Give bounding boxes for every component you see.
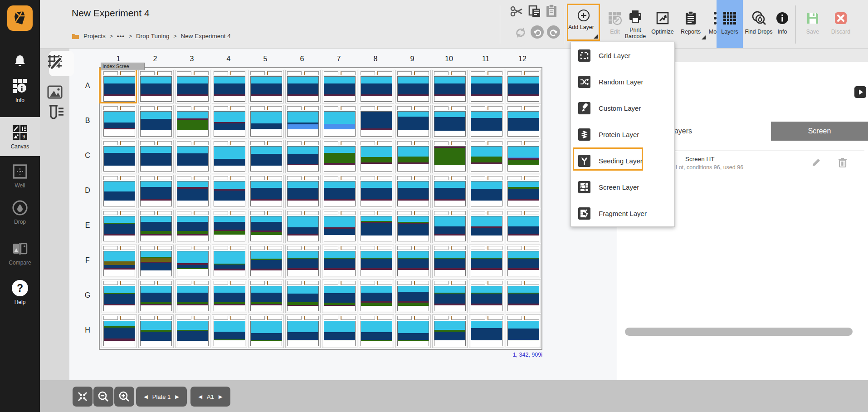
well-C9[interactable] [395,140,431,173]
menu-item-random-layer[interactable]: Random Layer [571,69,674,95]
redo-button[interactable] [547,25,560,39]
well-F1[interactable] [102,245,137,278]
well-C4[interactable] [212,140,247,173]
menu-item-protein-layer[interactable]: Protein Layer [571,121,674,147]
layers-button[interactable]: Layers [717,10,743,35]
well-F7[interactable] [322,245,357,278]
well-B11[interactable] [469,105,504,138]
well-D10[interactable] [432,175,468,208]
info-button[interactable]: Info [771,10,794,35]
well-F4[interactable] [212,245,247,278]
well-C11[interactable] [469,140,504,173]
well-B3[interactable] [175,105,210,138]
well-F8[interactable] [359,245,394,278]
well-C12[interactable] [506,140,541,173]
sidebar-item-help[interactable]: ? Help [0,279,40,305]
well-H7[interactable] [322,314,357,348]
well-C6[interactable] [285,140,321,173]
well-A6[interactable] [285,70,321,103]
well-C5[interactable] [249,140,284,173]
cut-button[interactable] [510,5,523,18]
horizontal-scrollbar[interactable] [625,328,853,336]
well-D8[interactable] [359,175,394,208]
well-C7[interactable] [322,140,357,173]
well-D11[interactable] [469,175,504,208]
tab-screen[interactable]: Screen [771,122,868,141]
well-H2[interactable] [138,314,174,348]
well-D12[interactable] [506,175,541,208]
menu-item-fragment-layer[interactable]: Fragment Layer [571,200,674,226]
well-H10[interactable] [432,314,468,348]
design-canvas-tool[interactable] [47,54,63,70]
well-navigator[interactable]: ◀ A1 ▶ [190,387,230,407]
well-E4[interactable] [212,210,247,243]
well-D7[interactable] [322,175,357,208]
well-E3[interactable] [175,210,210,243]
well-H11[interactable] [469,314,504,348]
well-E1[interactable] [102,210,137,243]
well-C3[interactable] [175,140,210,173]
well-D5[interactable] [249,175,284,208]
well-G7[interactable] [322,280,357,313]
well-H3[interactable] [175,314,210,348]
well-E12[interactable] [506,210,541,243]
plate-navigator[interactable]: ◀ Plate 1 ▶ [136,387,187,407]
well-A5[interactable] [249,70,284,103]
well-E10[interactable] [432,210,468,243]
well-E8[interactable] [359,210,394,243]
fit-view-button[interactable] [73,387,93,407]
well-D6[interactable] [285,175,321,208]
well-G4[interactable] [212,280,247,313]
paste-button[interactable] [545,4,558,18]
discard-button[interactable]: Discard [827,10,854,35]
well-G11[interactable] [469,280,504,313]
optimize-button[interactable]: Optimize [649,10,677,35]
ingredients-tool[interactable] [46,104,63,121]
sidebar-item-info[interactable]: Info [0,77,40,103]
menu-item-screen-layer[interactable]: Screen Layer [571,174,674,200]
image-view-tool[interactable] [47,84,63,100]
well-B1[interactable] [102,105,137,138]
well-F12[interactable] [506,245,541,278]
menu-item-seeding-layer[interactable]: Seeding Layer [571,147,674,174]
breadcrumb-projects[interactable]: Projects [83,33,106,39]
refresh-button[interactable] [513,25,528,40]
well-H12[interactable] [506,314,541,348]
well-G2[interactable] [138,280,174,313]
well-H6[interactable] [285,314,321,348]
well-E7[interactable] [322,210,357,243]
well-F11[interactable] [469,245,504,278]
well-D3[interactable] [175,175,210,208]
well-E11[interactable] [469,210,504,243]
well-H4[interactable] [212,314,247,348]
well-A2[interactable] [138,70,174,103]
well-B2[interactable] [138,105,174,138]
sidebar-item-drop[interactable]: Drop [0,199,40,225]
copy-button[interactable] [528,5,541,18]
well-G3[interactable] [175,280,210,313]
well-E6[interactable] [285,210,321,243]
well-A7[interactable] [322,70,357,103]
well-G1[interactable] [102,280,137,313]
well-H8[interactable] [359,314,394,348]
well-B6[interactable] [285,105,321,138]
well-A3[interactable] [175,70,210,103]
delete-screen-button[interactable] [838,157,848,167]
well-G12[interactable] [506,280,541,313]
sidebar-item-well[interactable]: Well [0,162,40,189]
well-D4[interactable] [212,175,247,208]
breadcrumb-drop-tuning[interactable]: Drop Tuning [136,33,170,39]
well-F2[interactable] [138,245,174,278]
well-D9[interactable] [395,175,431,208]
print-barcode-button[interactable]: Print Barcode [621,8,649,39]
add-layer-button[interactable]: Add Layer [567,4,600,41]
well-A9[interactable] [395,70,431,103]
zoom-in-button[interactable] [114,387,134,407]
next-plate-icon[interactable]: ▶ [175,394,179,400]
well-E9[interactable] [395,210,431,243]
well-G10[interactable] [432,280,468,313]
well-G5[interactable] [249,280,284,313]
well-F10[interactable] [432,245,468,278]
well-A8[interactable] [359,70,394,103]
well-H1[interactable] [102,314,137,348]
